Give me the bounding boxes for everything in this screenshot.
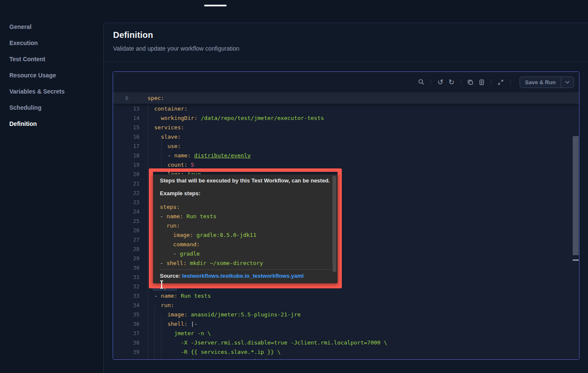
code-text: spec: [128, 95, 164, 101]
tooltip-source-link[interactable]: testworkflows.testkube.io_testworkflows.… [182, 273, 304, 279]
tooltip-code-line: run: [160, 221, 331, 231]
code-text: services: [139, 124, 184, 131]
tooltip-code-line: - gradle [160, 249, 331, 259]
panel-header: Definition Validate and update your work… [104, 23, 588, 62]
hover-tooltip: Steps that will be executed by this Test… [153, 174, 338, 283]
sidebar-item-execution[interactable]: Execution [0, 35, 103, 51]
line-number: 26 [113, 227, 139, 233]
indent-guide [161, 315, 162, 359]
line-number: 35 [113, 311, 139, 318]
sticky-line[interactable]: 6spec: [113, 92, 579, 104]
toolbar-divider [510, 79, 511, 85]
copy-icon[interactable] [465, 77, 476, 87]
code-line[interactable]: 35 image: anasoid/jmeter:5.5-plugins-21-… [113, 310, 579, 319]
line-number: 21 [113, 180, 139, 187]
page: GeneralExecutionTest ContentResource Usa… [0, 0, 588, 373]
line-number: 13 [113, 105, 139, 112]
toolbar-divider [461, 79, 461, 85]
file-text-icon[interactable] [476, 77, 487, 87]
line-number: 25 [113, 218, 139, 224]
sidebar-item-general[interactable]: General [0, 19, 103, 35]
line-number: 15 [113, 124, 139, 131]
highlight-frame: Steps that will be executed by this Test… [149, 168, 342, 288]
save-run-button[interactable]: Save & Run [520, 77, 574, 88]
line-number: 18 [113, 152, 139, 159]
code-line[interactable]: 34 run: [113, 300, 579, 310]
tooltip-code-line: command: [160, 240, 331, 249]
sidebar-item-scheduling[interactable]: Scheduling [0, 100, 103, 116]
code-line[interactable]: 13 container: [113, 104, 579, 113]
line-number: 14 [113, 115, 139, 121]
sidebar-item-variables-secrets[interactable]: Variables & Secrets [0, 83, 103, 100]
redo-icon[interactable]: ↻ [446, 77, 457, 87]
code-line[interactable]: 40 -t jmeter-executor-smoke.jmx [113, 356, 579, 359]
toolbar-divider [431, 79, 431, 85]
save-run-label[interactable]: Save & Run [520, 79, 561, 85]
line-number: 33 [113, 293, 139, 299]
tooltip-scrollbar[interactable] [332, 176, 336, 272]
code-text: use: [139, 143, 181, 149]
line-number: 32 [113, 283, 139, 290]
line-number: 22 [113, 190, 139, 196]
editor-toolbar: ↺ ↻ [113, 72, 579, 92]
line-number: 23 [113, 199, 139, 205]
sidebar-item-resource-usage[interactable]: Resource Usage [0, 67, 103, 83]
code-line[interactable]: 37 jmeter -n \ [113, 328, 579, 338]
line-number: 36 [113, 321, 139, 327]
line-number: 20 [113, 171, 139, 177]
line-number: 30 [113, 265, 139, 271]
code-text: container: [139, 105, 187, 112]
code-text: - name: Run tests [139, 293, 211, 299]
code-line[interactable]: 36 shell: |- [113, 319, 579, 328]
code-line[interactable]: 33 - name: Run tests [113, 291, 579, 300]
tooltip-code-line: steps: [160, 202, 331, 212]
tooltip-code-line: - name: Run tests [160, 212, 331, 221]
chevron-down-icon[interactable] [561, 81, 574, 84]
expand-icon[interactable] [495, 77, 506, 87]
search-icon[interactable] [416, 77, 427, 87]
code-text: -R {{ services.slave.*.ip }} \ [139, 349, 281, 355]
line-number: 28 [113, 246, 139, 252]
tooltip-code-block: steps:- name: Run tests run: image: grad… [160, 202, 331, 268]
code-line[interactable]: 18 - name: distribute/evenly [113, 151, 579, 160]
code-line[interactable]: 19 count: 5 [113, 160, 579, 169]
code-text: run: [139, 302, 174, 308]
tooltip-example-label: Example steps: [160, 190, 331, 197]
code-line[interactable]: 17 use: [113, 141, 579, 151]
line-number: 40 [113, 358, 139, 360]
tooltip-source-label: Source: [160, 273, 180, 279]
code-line[interactable]: 39 -R {{ services.slave.*.ip }} \ [113, 347, 579, 356]
code-text: workingDir: /data/repo/test/jmeter/execu… [139, 115, 324, 121]
code-text: -t jmeter-executor-smoke.jmx [139, 358, 274, 360]
code-line[interactable]: 38 -X -Jserver.rmi.ssl.disable=true -Jcl… [113, 338, 579, 347]
line-number: 16 [113, 134, 139, 140]
code-line[interactable]: 15 services: [113, 122, 579, 132]
text-cursor-pointer [159, 280, 165, 289]
line-number: 17 [113, 143, 139, 149]
code-text: image: anasoid/jmeter:5.5-plugins-21-jre [139, 311, 301, 318]
toolbar-divider [491, 79, 491, 85]
page-subtitle: Validate and update your workflow config… [113, 45, 579, 52]
code-text: slave: [139, 134, 181, 140]
code-text: -X -Jserver.rmi.ssl.disable=true -Jclien… [139, 339, 387, 346]
line-number: 38 [113, 339, 139, 346]
line-number: 34 [113, 302, 139, 308]
sidebar-item-test-content[interactable]: Test Content [0, 51, 103, 67]
code-line[interactable]: 16 slave: [113, 132, 579, 141]
sidebar-item-definition[interactable]: Definition [0, 116, 103, 132]
page-title: Definition [113, 30, 579, 40]
tooltip-heading: Steps that will be executed by this Test… [160, 177, 331, 185]
tooltip-code-line: image: gradle:8.5.0-jdk11 [160, 231, 331, 240]
editor-scrollbar[interactable] [573, 136, 579, 255]
code-text: shell: |- [139, 321, 197, 327]
scrollbar-cursor-marker [573, 259, 579, 261]
line-number: 27 [113, 236, 139, 243]
code-line[interactable]: 14 workingDir: /data/repo/test/jmeter/ex… [113, 113, 579, 122]
line-number: 6 [113, 95, 128, 101]
line-number: 24 [113, 208, 139, 215]
code-text: - name: distribute/evenly [139, 152, 251, 159]
undo-icon[interactable]: ↺ [435, 77, 446, 87]
tooltip-source-row: Source: testworkflows.testkube.io_testwo… [160, 269, 331, 280]
indent-guide [154, 305, 155, 359]
line-number: 31 [113, 274, 139, 280]
